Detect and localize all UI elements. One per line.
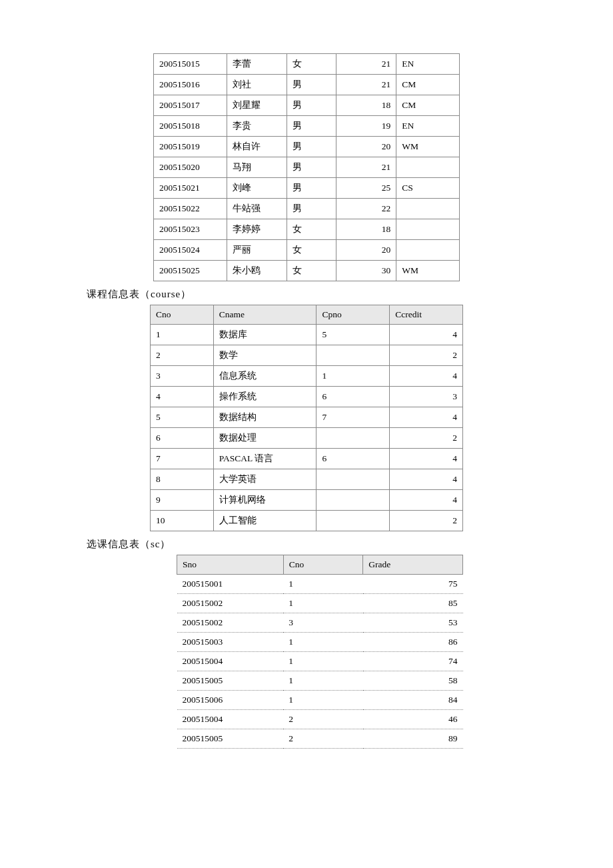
cell-grade: 85 — [363, 594, 463, 613]
student-table: 200515015李蕾女21EN200515016刘社男21CM20051501… — [153, 53, 460, 281]
course-caption: 课程信息表（course） — [87, 288, 586, 301]
cell-sno: 200515004 — [177, 652, 284, 671]
table-row: 200515002185 — [177, 594, 463, 613]
cell-ssex: 女 — [287, 219, 336, 240]
sc-table: Sno Cno Grade 20051500117520051500218520… — [177, 555, 463, 749]
cell-sname: 林自许 — [227, 137, 287, 157]
cell-sdept: CM — [396, 95, 460, 116]
cell-cno: 5 — [151, 407, 214, 428]
cell-sdept: EN — [396, 54, 460, 75]
cell-sname: 李婷婷 — [227, 219, 287, 240]
cell-sno: 200515020 — [154, 157, 227, 178]
cell-sno: 200515018 — [154, 116, 227, 137]
cell-sdept — [396, 157, 460, 178]
table-row: 8大学英语4 — [151, 469, 463, 490]
cell-sno: 200515019 — [154, 137, 227, 157]
cell-cno: 10 — [151, 511, 214, 531]
cell-sno: 200515005 — [177, 671, 284, 691]
cell-sname: 李蕾 — [227, 54, 287, 75]
cell-cname: 数学 — [213, 345, 316, 366]
cell-cname: 信息系统 — [213, 366, 316, 387]
cell-ssex: 男 — [287, 157, 336, 178]
table-row: 2数学2 — [151, 345, 463, 366]
table-row: 7PASCAL 语言64 — [151, 449, 463, 469]
table-row: 1数据库54 — [151, 325, 463, 345]
cell-cno: 2 — [283, 729, 363, 749]
cell-ccredit: 4 — [390, 490, 463, 511]
cell-cname: PASCAL 语言 — [213, 449, 316, 469]
table-row: 9计算机网络4 — [151, 490, 463, 511]
cell-ccredit: 3 — [390, 387, 463, 407]
cell-sname: 马翔 — [227, 157, 287, 178]
cell-cpno: 6 — [316, 387, 390, 407]
cell-cno: 2 — [151, 345, 214, 366]
cell-cno: 1 — [283, 594, 363, 613]
cell-ccredit: 4 — [390, 325, 463, 345]
cell-cno: 2 — [283, 710, 363, 729]
cell-sdept — [396, 219, 460, 240]
cell-cno: 6 — [151, 428, 214, 449]
cell-cno: 1 — [283, 691, 363, 710]
table-row: 200515004174 — [177, 652, 463, 671]
table-row: 200515001175 — [177, 575, 463, 594]
cell-ccredit: 4 — [390, 366, 463, 387]
cell-sname: 李贵 — [227, 116, 287, 137]
table-header-row: Sno Cno Grade — [177, 555, 463, 575]
cell-cno: 3 — [151, 366, 214, 387]
cell-sno: 200515025 — [154, 261, 227, 281]
cell-sno: 200515004 — [177, 710, 284, 729]
cell-cno: 4 — [151, 387, 214, 407]
cell-sno: 200515006 — [177, 691, 284, 710]
table-row: 200515025朱小鸥女30WM — [154, 261, 460, 281]
course-table: Cno Cname Cpno Ccredit 1数据库542数学23信息系统14… — [150, 305, 463, 531]
table-row: 200515005158 — [177, 671, 463, 691]
table-row: 200515018李贵男19EN — [154, 116, 460, 137]
cell-ccredit: 4 — [390, 407, 463, 428]
table-header-row: Cno Cname Cpno Ccredit — [151, 305, 463, 325]
cell-cname: 数据库 — [213, 325, 316, 345]
cell-sage: 21 — [336, 54, 396, 75]
sc-caption: 选课信息表（sc） — [87, 538, 586, 551]
table-row: 200515022牛站强男22 — [154, 199, 460, 219]
cell-sno: 200515001 — [177, 575, 284, 594]
cell-grade: 74 — [363, 652, 463, 671]
table-row: 200515024严丽女20 — [154, 240, 460, 261]
cell-grade: 75 — [363, 575, 463, 594]
col-grade: Grade — [363, 555, 463, 575]
cell-sdept — [396, 199, 460, 219]
cell-sage: 19 — [336, 116, 396, 137]
cell-sno: 200515002 — [177, 594, 284, 613]
cell-sage: 30 — [336, 261, 396, 281]
cell-grade: 46 — [363, 710, 463, 729]
cell-sname: 牛站强 — [227, 199, 287, 219]
cell-cpno — [316, 345, 390, 366]
cell-sno: 200515003 — [177, 633, 284, 652]
table-row: 200515023李婷婷女18 — [154, 219, 460, 240]
cell-cname: 操作系统 — [213, 387, 316, 407]
col-sno: Sno — [177, 555, 284, 575]
cell-sno: 200515005 — [177, 729, 284, 749]
cell-cpno: 7 — [316, 407, 390, 428]
cell-ssex: 女 — [287, 54, 336, 75]
cell-ccredit: 2 — [390, 345, 463, 366]
cell-ccredit: 4 — [390, 449, 463, 469]
cell-ssex: 男 — [287, 137, 336, 157]
cell-cname: 计算机网络 — [213, 490, 316, 511]
col-ccredit: Ccredit — [390, 305, 463, 325]
table-row: 200515002353 — [177, 613, 463, 633]
col-cno: Cno — [283, 555, 363, 575]
cell-cno: 8 — [151, 469, 214, 490]
cell-sname: 朱小鸥 — [227, 261, 287, 281]
cell-cpno — [316, 469, 390, 490]
table-row: 10人工智能2 — [151, 511, 463, 531]
cell-cname: 数据结构 — [213, 407, 316, 428]
table-row: 3信息系统14 — [151, 366, 463, 387]
cell-sname: 刘星耀 — [227, 95, 287, 116]
cell-sdept: CS — [396, 178, 460, 199]
cell-cno: 1 — [283, 671, 363, 691]
col-cno: Cno — [151, 305, 214, 325]
cell-cno: 1 — [283, 652, 363, 671]
cell-ccredit: 2 — [390, 511, 463, 531]
cell-grade: 58 — [363, 671, 463, 691]
cell-cno: 1 — [283, 575, 363, 594]
